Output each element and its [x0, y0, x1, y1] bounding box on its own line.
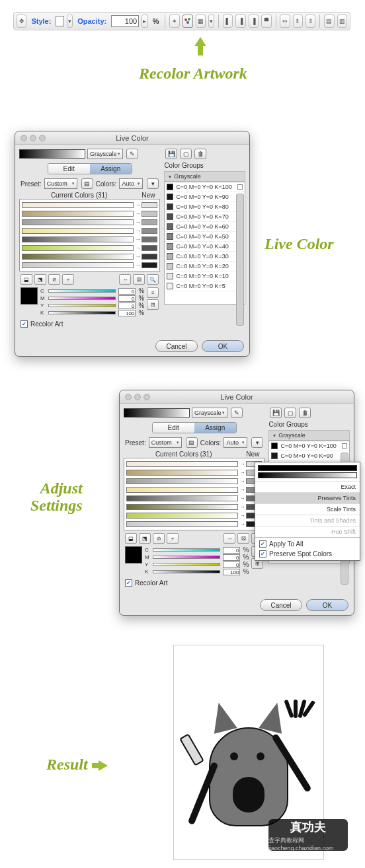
align-right-icon[interactable]: ▐	[249, 15, 259, 28]
new-color-swatch[interactable]	[142, 228, 157, 234]
exclude-icon[interactable]: ⊘	[48, 274, 60, 285]
swatch-row[interactable]: →	[126, 495, 262, 502]
popup-item-scale-tints[interactable]: Scale Tints	[255, 503, 360, 515]
color-group-item[interactable]: C=0 M=0 Y=0 K=100	[165, 182, 245, 192]
doc-setup-dropdown[interactable]: ▾	[208, 15, 214, 28]
swap-icon[interactable]: ↔	[119, 274, 131, 285]
color-group-item[interactable]: C=0 M=0 Y=0 K=40	[165, 242, 245, 252]
recolor-artwork-button[interactable]	[182, 15, 193, 28]
tab-assign[interactable]: Assign	[90, 164, 132, 174]
map-arrow-icon[interactable]: →	[135, 262, 140, 268]
merge-icon[interactable]: ⬓	[20, 274, 32, 285]
merge-icon[interactable]: ⬓	[125, 533, 137, 544]
gradient-name-select[interactable]: Grayscale	[192, 408, 227, 418]
hsl-mode-icon[interactable]: ⊞	[147, 299, 159, 310]
swatch-row[interactable]: →	[22, 262, 157, 269]
swatch-row[interactable]: →	[22, 227, 157, 235]
color-group-item[interactable]: C=0 M=0 Y=0 K=100	[269, 441, 349, 451]
transform-icon[interactable]: ▤	[324, 15, 334, 28]
swatch-row[interactable]: →	[126, 503, 262, 511]
apply-all-checkbox[interactable]: ✔	[259, 540, 266, 548]
recolor-art-checkbox[interactable]: ✔	[125, 579, 132, 587]
exclude-icon[interactable]: ⊘	[153, 533, 165, 544]
color-group-item[interactable]: C=0 M=0 Y=0 K=60	[165, 222, 245, 232]
m-value[interactable]: 0	[118, 295, 136, 302]
color-group-item[interactable]: C=0 M=0 Y=0 K=80	[165, 202, 245, 212]
delete-group-icon[interactable]: 🗑	[194, 149, 206, 159]
preset-save-icon[interactable]: ▤	[81, 178, 93, 189]
map-arrow-icon[interactable]: →	[239, 504, 245, 510]
color-group-item[interactable]: C=0 M=0 Y=0 K=10	[165, 271, 245, 281]
swatch-row[interactable]: →	[126, 521, 262, 528]
align-top-icon[interactable]: ▀	[261, 15, 271, 28]
color-group-item[interactable]: C=0 M=0 Y=0 K=90	[165, 192, 245, 202]
map-arrow-icon[interactable]: →	[135, 211, 140, 217]
color-group-item[interactable]: C=0 M=0 Y=0 K=20	[165, 262, 245, 271]
tab-assign[interactable]: Assign	[194, 423, 236, 433]
preset-save-icon[interactable]: ▤	[186, 437, 198, 448]
transform2-icon[interactable]: ▥	[337, 15, 347, 28]
selection-icon[interactable]: ✥	[17, 15, 26, 28]
window-controls[interactable]	[125, 394, 150, 400]
group-header[interactable]: ▼Grayscale	[164, 171, 245, 182]
y-value[interactable]: 0	[118, 303, 136, 309]
preset-select[interactable]: Custom	[44, 178, 77, 189]
map-arrow-icon[interactable]: →	[239, 513, 245, 519]
distribute-v-icon[interactable]: ⇕	[293, 15, 303, 28]
map-arrow-icon[interactable]: →	[135, 236, 140, 242]
random-icon[interactable]: ⚄	[237, 533, 249, 544]
split-icon[interactable]: ⬔	[139, 533, 151, 544]
swatch-row[interactable]: →	[22, 201, 157, 209]
map-arrow-icon[interactable]: →	[239, 487, 245, 493]
cancel-button[interactable]: Cancel	[260, 599, 302, 611]
distribute-h-icon[interactable]: ⇔	[280, 15, 290, 28]
swatch-row[interactable]: →	[126, 486, 262, 493]
edit-gradient-icon[interactable]: ✎	[231, 408, 243, 418]
c-value[interactable]: 0	[118, 288, 136, 295]
swatch-row[interactable]: →	[126, 460, 262, 468]
swatch-row[interactable]: →	[22, 210, 157, 217]
colors-opts-icon[interactable]: ▾	[251, 437, 263, 448]
swatch-row[interactable]: →	[126, 512, 262, 519]
new-color-swatch[interactable]	[142, 219, 157, 225]
map-arrow-icon[interactable]: →	[135, 254, 140, 260]
doc-setup-icon[interactable]: ▦	[196, 15, 206, 28]
recolor-art-checkbox[interactable]: ✔	[20, 320, 28, 328]
window-controls[interactable]	[20, 135, 46, 141]
mode-tabs[interactable]: Edit Assign	[152, 422, 237, 433]
new-group-icon[interactable]: ▢	[284, 408, 296, 418]
swatch-row[interactable]: →	[126, 478, 262, 485]
magic-wand-icon[interactable]: ✶	[169, 15, 179, 28]
map-arrow-icon[interactable]: →	[239, 461, 245, 467]
swatch-row[interactable]: →	[126, 469, 262, 476]
popup-item-hue-shift[interactable]: Hue Shift	[255, 526, 360, 537]
tab-edit[interactable]: Edit	[153, 423, 194, 433]
preserve-spot-checkbox[interactable]: ✔	[259, 550, 266, 558]
distribute-v2-icon[interactable]: ⇕	[305, 15, 315, 28]
ok-button[interactable]: OK	[202, 340, 244, 352]
swatch-row[interactable]: →	[22, 219, 157, 226]
k-slider[interactable]	[153, 570, 220, 573]
popup-item-preserve-tints[interactable]: Preserve Tints	[255, 492, 360, 503]
find-icon[interactable]: 🔍	[147, 274, 159, 285]
ok-button[interactable]: OK	[306, 599, 348, 611]
map-arrow-icon[interactable]: →	[239, 478, 245, 484]
color-group-item[interactable]: C=0 M=0 Y=0 K=50	[165, 232, 245, 242]
new-row-icon[interactable]: ＋	[167, 533, 179, 544]
map-arrow-icon[interactable]: →	[239, 521, 245, 527]
c-slider[interactable]	[48, 289, 116, 293]
tab-edit[interactable]: Edit	[48, 164, 90, 174]
random-icon[interactable]: ⚄	[133, 274, 145, 285]
color-group-list[interactable]: C=0 M=0 Y=0 K=100C=0 M=0 Y=0 K=90C=0 M=0…	[164, 182, 245, 305]
popup-item-tints-shades[interactable]: Tints and Shades	[255, 515, 360, 526]
swatch-row[interactable]: →	[22, 236, 157, 243]
mode-tabs[interactable]: Edit Assign	[48, 163, 132, 174]
delete-group-icon[interactable]: 🗑	[299, 408, 311, 418]
m-slider[interactable]	[153, 556, 220, 559]
style-swatch[interactable]	[56, 16, 63, 26]
style-dropdown-icon[interactable]: ▾	[67, 15, 73, 28]
opacity-dropdown-icon[interactable]: ▸	[142, 15, 147, 28]
scrollbar[interactable]	[236, 194, 244, 326]
new-color-swatch[interactable]	[142, 254, 157, 260]
new-color-swatch[interactable]	[142, 262, 157, 268]
